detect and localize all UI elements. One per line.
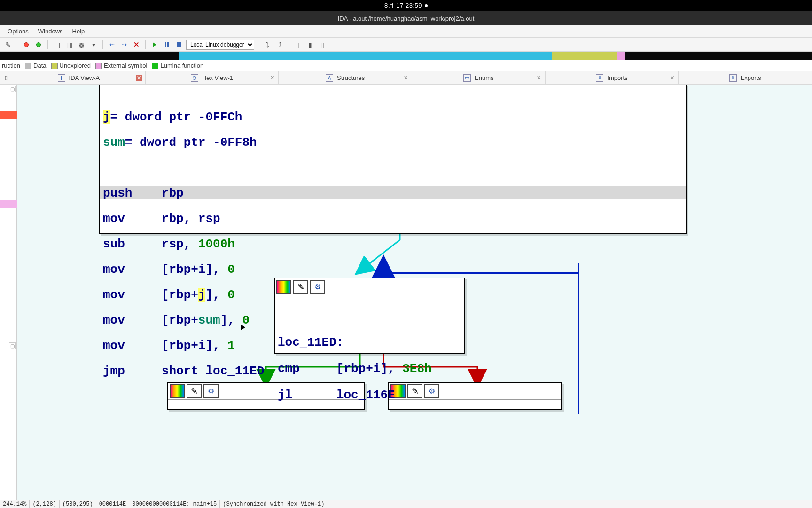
status-offset: 0000114E <box>96 500 130 508</box>
proximity-view-button[interactable]: ▩ <box>76 40 86 50</box>
menu-options[interactable]: Options <box>3 28 33 35</box>
legend-data-swatch <box>25 63 31 69</box>
toolbar-separator <box>145 40 146 49</box>
text-view-button[interactable]: ▤ <box>52 40 62 50</box>
window-title: IDA - a.out /home/huanghao/asm_work/proj… <box>338 15 475 22</box>
legend-data-label: Data <box>33 62 46 69</box>
debugger-select[interactable]: Local Linux debugger <box>186 40 254 50</box>
close-icon[interactable]: ✕ <box>136 75 142 81</box>
toolbar-separator <box>289 40 289 49</box>
legend-unexplored-swatch <box>51 63 58 69</box>
main-toolbar: ✎ ▤ ▦ ▩ ▾ ⇠ ⇢ ✕ Local Linux debugger ⤵ ⤴… <box>0 38 812 52</box>
exports-icon: ⇧ <box>729 74 737 82</box>
graph-canvas[interactable]: j= dword ptr -0FFCh sum= dword ptr -0FF8… <box>17 85 812 500</box>
step-button-1[interactable]: ⤵ <box>262 40 273 50</box>
status-coord2: (530,295) <box>60 500 96 508</box>
desktop-top-bar: 8月 17 23:59 <box>0 0 812 11</box>
mini-sidebar: ▢ ▢ <box>0 85 17 500</box>
misc-button-3[interactable]: ▯ <box>317 40 328 50</box>
status-zoom: 244.14% <box>0 500 30 508</box>
step-button-2[interactable]: ⤴ <box>274 40 285 50</box>
view-tab-strip: ▯ I IDA View-A ✕ O Hex View-1 ✕ A Struct… <box>0 71 812 85</box>
run-button[interactable] <box>149 40 160 50</box>
status-coord1: (2,128) <box>30 500 59 508</box>
hex-view-icon: O <box>191 74 198 82</box>
disassembly-listing[interactable]: loc_11ED: cmp [rbp+i], 3E8h jl loc_116E <box>275 295 464 432</box>
graph-node-entry[interactable]: j= dword ptr -0FFCh sum= dword ptr -0FF8… <box>99 85 687 234</box>
close-icon[interactable]: ✕ <box>269 75 275 81</box>
toolbar-separator <box>47 40 48 49</box>
close-icon[interactable]: ✕ <box>536 75 542 81</box>
notification-dot-icon <box>425 4 428 7</box>
toolbar-separator <box>102 40 103 49</box>
node-settings-button[interactable]: ⚙ <box>203 384 219 398</box>
structures-icon: A <box>326 74 333 82</box>
tab-exports[interactable]: ⇧ Exports <box>679 71 812 84</box>
misc-button-1[interactable]: ▯ <box>293 40 303 50</box>
close-icon[interactable]: ✕ <box>402 75 409 81</box>
close-icon[interactable]: ✕ <box>669 75 675 81</box>
window-title-bar: IDA - a.out /home/huanghao/asm_work/proj… <box>0 11 812 25</box>
legend-external-label: External symbol <box>104 62 147 69</box>
tab-imports[interactable]: ⇩ Imports ✕ <box>546 71 679 84</box>
status-address: 000000000000114E: main+15 <box>129 500 220 508</box>
graph-view-button[interactable]: ▦ <box>64 40 74 50</box>
enums-icon: ▭ <box>463 74 471 82</box>
toolbar-separator <box>17 40 17 49</box>
tab-ida-view[interactable]: I IDA View-A ✕ <box>12 71 146 84</box>
legend-unexplored-label: Unexplored <box>60 62 91 69</box>
navigation-band[interactable] <box>0 52 812 60</box>
legend-row: ruction Data Unexplored External symbol … <box>0 60 812 71</box>
desktop-clock[interactable]: 8月 17 23:59 <box>384 1 422 10</box>
misc-button-2[interactable]: ▮ <box>305 40 315 50</box>
menu-windows[interactable]: Windows <box>33 28 68 35</box>
dropdown-arrow-icon[interactable]: ▾ <box>88 40 99 50</box>
marker-current-icon <box>0 111 17 119</box>
script-button[interactable]: ✎ <box>3 40 13 50</box>
tab-enums[interactable]: ▭ Enums ✕ <box>412 71 546 84</box>
menu-bar: Options Windows Help <box>0 25 812 38</box>
node-color-button[interactable] <box>170 384 185 398</box>
delete-button[interactable]: ✕ <box>131 40 141 50</box>
legend-instruction-label: ruction <box>2 62 20 69</box>
pause-button[interactable] <box>162 40 172 50</box>
ida-view-icon: I <box>58 74 65 82</box>
imports-icon: ⇩ <box>596 74 603 82</box>
tab-prev-button[interactable]: ▯ <box>0 71 12 84</box>
graph-workspace[interactable]: ▢ ▢ <box>0 85 812 500</box>
dock-button[interactable]: ▢ <box>9 86 16 92</box>
toolbar-separator <box>258 40 258 49</box>
xref-from-button[interactable]: ⇢ <box>119 40 129 50</box>
menu-help[interactable]: Help <box>68 28 90 35</box>
dock-button[interactable]: ▢ <box>9 342 16 349</box>
status-bar: 244.14% (2,128) (530,295) 0000114E 00000… <box>0 500 812 508</box>
legend-external-swatch <box>95 63 102 69</box>
legend-lumina-swatch <box>152 63 158 69</box>
status-sync: (Synchronized with Hex View-1) <box>220 500 327 508</box>
breakpoint-red-icon[interactable] <box>21 40 31 50</box>
legend-lumina-label: Lumina function <box>160 62 203 69</box>
xref-to-button[interactable]: ⇠ <box>107 40 117 50</box>
marker-pink-icon <box>0 200 17 208</box>
tab-structures[interactable]: A Structures ✕ <box>279 71 412 84</box>
tab-hex-view[interactable]: O Hex View-1 ✕ <box>146 71 279 84</box>
breakpoint-green-icon[interactable] <box>33 40 44 50</box>
node-edit-button[interactable]: ✎ <box>187 384 202 398</box>
stop-button[interactable] <box>174 40 184 50</box>
